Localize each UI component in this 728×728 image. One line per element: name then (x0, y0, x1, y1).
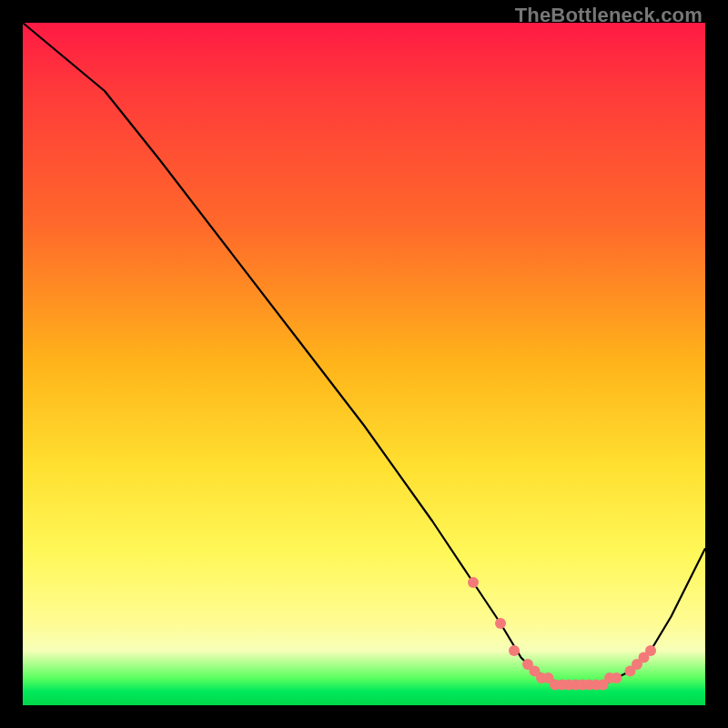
marker-point (645, 645, 656, 656)
plot-area (23, 23, 705, 705)
chart-svg (23, 23, 705, 705)
marker-point (495, 618, 506, 629)
marker-point (612, 672, 622, 683)
bottleneck-curve (23, 23, 705, 685)
marker-point (509, 645, 520, 656)
chart-frame: TheBottleneck.com (0, 0, 728, 728)
marker-point (468, 577, 479, 588)
marker-group (468, 577, 656, 691)
